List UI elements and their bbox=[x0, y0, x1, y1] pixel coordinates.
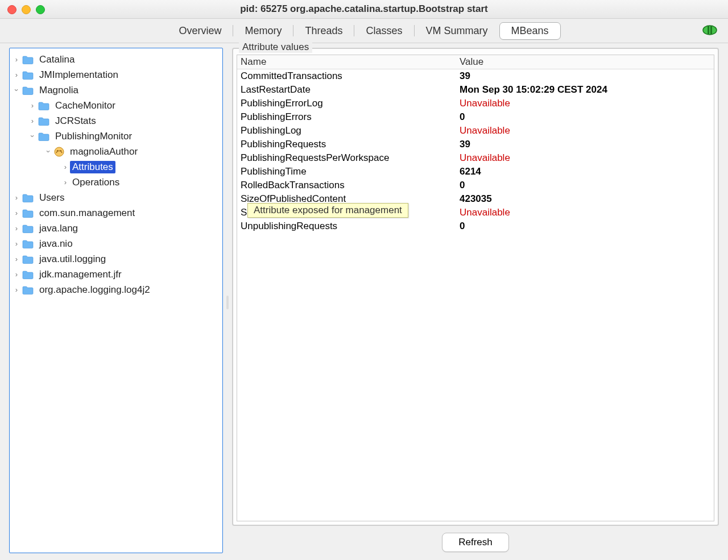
tree-node-jdk-management-jfr[interactable]: › jdk.management.jfr bbox=[10, 267, 222, 282]
attr-value: 39 bbox=[460, 70, 710, 82]
expand-icon[interactable]: › bbox=[28, 117, 37, 125]
tab-memory[interactable]: Memory bbox=[233, 23, 293, 39]
expand-icon[interactable]: › bbox=[61, 178, 70, 186]
expand-icon[interactable]: › bbox=[12, 239, 21, 248]
titlebar: pid: 65275 org.apache.catalina.startup.B… bbox=[0, 0, 728, 19]
table-row[interactable]: LastRestartDateMon Sep 30 15:02:29 CEST … bbox=[237, 83, 714, 97]
tree-node-jcr-stats[interactable]: › JCRStats bbox=[10, 113, 222, 128]
tree-node-java-lang[interactable]: › java.lang bbox=[10, 221, 222, 236]
folder-icon bbox=[38, 117, 49, 126]
tree-node-catalina[interactable]: › Catalina bbox=[10, 52, 222, 67]
attr-name: PublishingTime bbox=[241, 165, 460, 178]
folder-icon bbox=[22, 55, 34, 64]
attr-value: Unavailable bbox=[460, 152, 710, 164]
col-header-name: Name bbox=[241, 56, 460, 68]
attr-name: PublishingRequests bbox=[241, 138, 460, 151]
collapse-icon[interactable]: › bbox=[13, 86, 21, 95]
tree-label: java.nio bbox=[37, 238, 75, 250]
tree-node-magnolia-author[interactable]: › magnoliaAuthor bbox=[10, 144, 222, 159]
mbean-tree[interactable]: › Catalina › JMImplementation › Magnolia… bbox=[9, 48, 223, 553]
attr-name: PublishingErrorLog bbox=[241, 97, 460, 110]
tree-label: jdk.management.jfr bbox=[37, 268, 124, 281]
folder-icon bbox=[38, 101, 49, 110]
tree-label: JMImplementation bbox=[37, 69, 121, 81]
table-row[interactable]: PublishingTime6214 bbox=[237, 165, 714, 179]
folder-icon bbox=[22, 224, 34, 233]
tab-threads[interactable]: Threads bbox=[293, 23, 354, 39]
attr-value: 0 bbox=[460, 220, 710, 233]
tooltip: Attribute exposed for management bbox=[247, 203, 408, 218]
expand-icon[interactable]: › bbox=[28, 101, 37, 110]
tree-label: java.util.logging bbox=[37, 253, 108, 266]
attr-value: 6214 bbox=[460, 165, 710, 178]
folder-icon bbox=[22, 70, 34, 80]
tree-node-jmimplementation[interactable]: › JMImplementation bbox=[10, 67, 222, 82]
tree-label: Operations bbox=[70, 176, 122, 189]
tree-node-java-nio[interactable]: › java.nio bbox=[10, 236, 222, 251]
tab-classes[interactable]: Classes bbox=[354, 23, 413, 39]
tree-node-operations[interactable]: › Operations bbox=[10, 175, 222, 190]
expand-icon[interactable]: › bbox=[12, 270, 21, 279]
tree-label: com.sun.management bbox=[37, 207, 137, 219]
window-title: pid: 65275 org.apache.catalina.startup.B… bbox=[0, 3, 728, 15]
table-row[interactable]: CommittedTransactions39 bbox=[237, 69, 714, 83]
folder-icon bbox=[22, 255, 34, 264]
table-row[interactable]: PublishingErrors0 bbox=[237, 110, 714, 124]
tree-label: PublishingMonitor bbox=[53, 130, 134, 143]
tab-mbeans[interactable]: MBeans bbox=[499, 22, 561, 40]
tree-label: CacheMonitor bbox=[53, 99, 118, 112]
col-header-value: Value bbox=[460, 56, 710, 68]
table-row[interactable]: PublishingErrorLogUnavailable bbox=[237, 97, 714, 110]
expand-icon[interactable]: › bbox=[12, 285, 21, 294]
tree-node-log4j2[interactable]: › org.apache.logging.log4j2 bbox=[10, 282, 222, 297]
refresh-button[interactable]: Refresh bbox=[442, 533, 509, 552]
tab-overview[interactable]: Overview bbox=[167, 23, 233, 39]
tree-label: Users bbox=[37, 192, 67, 204]
tree-node-com-sun-management[interactable]: › com.sun.management bbox=[10, 205, 222, 221]
tree-node-attributes[interactable]: › Attributes bbox=[10, 159, 222, 175]
minimize-window-button[interactable] bbox=[22, 5, 31, 14]
tree-label: java.lang bbox=[37, 222, 80, 235]
expand-icon[interactable]: › bbox=[12, 193, 21, 202]
attr-name: PublishingRequestsPerWorkspace bbox=[241, 152, 460, 164]
table-row[interactable]: PublishingRequests39 bbox=[237, 138, 714, 151]
expand-icon[interactable]: › bbox=[12, 209, 21, 217]
table-row[interactable]: PublishingRequestsPerWorkspaceUnavailabl… bbox=[237, 151, 714, 165]
table-row[interactable]: RolledBackTransactions0 bbox=[237, 179, 714, 192]
tree-node-publishing-monitor[interactable]: › PublishingMonitor bbox=[10, 128, 222, 144]
expand-icon[interactable]: › bbox=[12, 55, 21, 64]
tree-label: magnoliaAuthor bbox=[68, 146, 140, 158]
attribute-panel: Attribute values Name Value CommittedTra… bbox=[232, 48, 719, 553]
tab-vm-summary[interactable]: VM Summary bbox=[415, 23, 499, 39]
tree-node-users[interactable]: › Users bbox=[10, 190, 222, 205]
splitter-handle[interactable] bbox=[225, 43, 230, 560]
zoom-window-button[interactable] bbox=[36, 5, 45, 14]
table-row[interactable]: PublishingLogUnavailable bbox=[237, 124, 714, 138]
attr-value: Unavailable bbox=[460, 125, 710, 137]
tree-node-cache-monitor[interactable]: › CacheMonitor bbox=[10, 98, 222, 113]
attr-name: PublishingLog bbox=[241, 125, 460, 137]
expand-icon[interactable]: › bbox=[12, 224, 21, 233]
tree-node-java-util-logging[interactable]: › java.util.logging bbox=[10, 251, 222, 267]
folder-icon bbox=[22, 193, 34, 202]
folder-icon bbox=[22, 285, 34, 294]
attribute-table[interactable]: Name Value CommittedTransactions39LastRe… bbox=[237, 55, 714, 521]
table-header: Name Value bbox=[237, 55, 714, 69]
collapse-icon[interactable]: › bbox=[28, 132, 37, 141]
tree-node-magnolia[interactable]: › Magnolia bbox=[10, 82, 222, 98]
expand-icon[interactable]: › bbox=[12, 255, 21, 263]
attr-value: 39 bbox=[460, 138, 710, 151]
expand-icon[interactable]: › bbox=[12, 70, 21, 79]
table-row[interactable]: UnpublishingRequests0 bbox=[237, 219, 714, 233]
tree-label: org.apache.logging.log4j2 bbox=[37, 284, 152, 296]
attr-value: 0 bbox=[460, 111, 710, 123]
attr-name: LastRestartDate bbox=[241, 84, 460, 96]
attr-name: CommittedTransactions bbox=[241, 70, 460, 82]
collapse-icon[interactable]: › bbox=[44, 147, 53, 156]
attr-value: 423035 bbox=[460, 193, 710, 205]
expand-icon[interactable]: › bbox=[61, 163, 70, 171]
tree-label: JCRStats bbox=[53, 115, 98, 127]
close-window-button[interactable] bbox=[7, 5, 16, 14]
folder-icon bbox=[38, 132, 49, 141]
attr-name: UnpublishingRequests bbox=[241, 220, 460, 233]
